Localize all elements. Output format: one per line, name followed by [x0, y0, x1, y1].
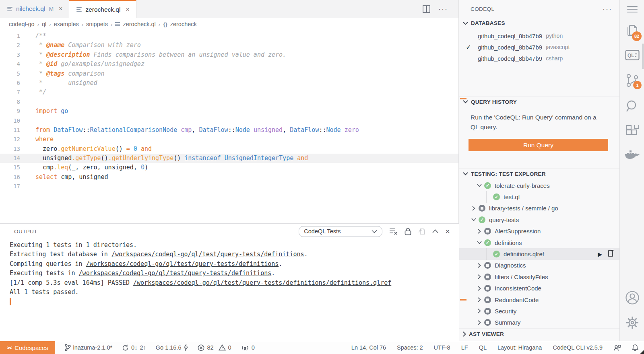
- chevron-right-icon[interactable]: [475, 286, 483, 291]
- eol[interactable]: LF: [461, 344, 468, 351]
- test-tree-item[interactable]: ✓tolerate-curly-braces: [459, 180, 619, 191]
- test-tree-item[interactable]: ✓query-tests: [459, 214, 619, 225]
- test-tree-item[interactable]: filters / ClassifyFiles: [459, 271, 619, 282]
- search-icon[interactable]: [620, 100, 644, 113]
- go-version-indicator[interactable]: Go 1.16.6: [156, 344, 188, 351]
- breadcrumb-symbol[interactable]: zerocheck: [170, 21, 197, 27]
- close-panel-icon[interactable]: ×: [445, 227, 450, 236]
- database-item[interactable]: ✓github_codeql_8bb47b9javascript: [459, 41, 619, 53]
- database-item[interactable]: github_codeql_8bb47b9python: [459, 30, 619, 41]
- cursor-position[interactable]: Ln 14, Col 76: [351, 344, 386, 351]
- section-query-history[interactable]: QUERY HISTORY: [459, 96, 619, 107]
- chevron-right-icon[interactable]: [475, 309, 483, 313]
- chevron-right-icon[interactable]: [475, 229, 483, 234]
- test-tree-item[interactable]: AlertSuppression: [459, 226, 619, 237]
- codeql-cli-version[interactable]: CodeQL CLI v2.5.9: [553, 344, 603, 351]
- lock-icon[interactable]: [405, 228, 411, 235]
- breadcrumb-item[interactable]: snippets: [86, 21, 108, 27]
- sync-indicator[interactable]: 0↓ 2↑: [122, 344, 146, 351]
- open-output-in-editor-icon[interactable]: [418, 228, 425, 235]
- output-path-link[interactable]: /workspaces/codeql-go/ql/test/query-test…: [79, 270, 272, 277]
- breadcrumb-file[interactable]: zerocheck.ql: [123, 21, 155, 27]
- chevron-right-icon[interactable]: [475, 297, 483, 302]
- goto-test-icon[interactable]: [607, 250, 614, 258]
- run-query-button[interactable]: Run Query: [469, 139, 608, 151]
- sidebar-scrollbar[interactable]: [642, 43, 644, 69]
- sidebar-more-actions-icon[interactable]: ···: [603, 5, 612, 13]
- split-editor-icon[interactable]: [423, 5, 430, 13]
- test-tree-item[interactable]: ✓test.ql: [459, 191, 619, 202]
- code-line[interactable]: 9import go: [0, 107, 458, 116]
- code-line[interactable]: 15 cmp.leq(_, zero, unsigned, 0): [0, 163, 458, 172]
- chevron-right-icon[interactable]: [475, 320, 483, 325]
- close-icon[interactable]: ×: [59, 5, 62, 12]
- breadcrumb-item[interactable]: codeql-go: [9, 21, 35, 27]
- chevron-right-icon[interactable]: [475, 263, 483, 268]
- test-tree-item[interactable]: ✓definitions: [459, 237, 619, 248]
- output-path-link[interactable]: /workspaces/codeql-go/ql/test/query-test…: [133, 279, 391, 286]
- code-line[interactable]: 2 * @name Comparison with zero: [0, 41, 458, 50]
- test-tree-item[interactable]: Security: [459, 305, 619, 317]
- chevron-down-icon[interactable]: [470, 218, 478, 221]
- test-tree-item[interactable]: RedundantCode: [459, 294, 619, 305]
- problems-indicator[interactable]: 82 0: [198, 344, 231, 351]
- test-tree-item[interactable]: Summary: [459, 317, 619, 328]
- account-icon[interactable]: [620, 290, 644, 305]
- section-ast-viewer[interactable]: AST VIEWER: [459, 328, 619, 339]
- code-line[interactable]: 5 * @tags comparison: [0, 69, 458, 78]
- test-tree-item[interactable]: Diagnostics: [459, 260, 619, 271]
- run-test-icon[interactable]: ▶: [598, 251, 602, 257]
- docker-icon[interactable]: [620, 150, 644, 162]
- code-line[interactable]: 14 unsigned.getType().getUnderlyingType(…: [0, 154, 458, 163]
- code-line[interactable]: 1/**: [0, 31, 458, 41]
- test-tree-item[interactable]: ✓definitions.qlref▶: [459, 248, 619, 259]
- output-channel-select[interactable]: CodeQL Tests: [299, 226, 382, 237]
- close-icon[interactable]: ×: [126, 6, 129, 13]
- explorer-icon[interactable]: 82: [620, 24, 644, 38]
- encoding[interactable]: UTF-8: [434, 344, 450, 351]
- output-path-link[interactable]: /workspaces/codeql-go/ql/test/query-test…: [86, 260, 279, 268]
- code-line[interactable]: 3 * @description Finds comparisons betwe…: [0, 50, 458, 60]
- code-line[interactable]: 12where: [0, 135, 458, 144]
- language-mode[interactable]: QL: [479, 344, 487, 351]
- section-test-explorer[interactable]: TESTING: TEST EXPLORER: [459, 168, 619, 179]
- section-databases[interactable]: DATABASES: [459, 18, 619, 29]
- test-tree-item[interactable]: InconsistentCode: [459, 283, 619, 294]
- keyboard-layout[interactable]: Layout: Hiragana: [497, 344, 542, 351]
- breadcrumb-item[interactable]: ql: [42, 21, 46, 27]
- chevron-down-icon[interactable]: [475, 241, 483, 244]
- maximize-panel-icon[interactable]: [432, 229, 438, 233]
- chevron-right-icon[interactable]: [475, 274, 483, 279]
- notifications-bell-icon[interactable]: [632, 344, 638, 351]
- menu-icon[interactable]: [620, 6, 644, 12]
- test-tree-item[interactable]: library-tests / semmle / go: [459, 203, 619, 214]
- code-line[interactable]: 6 * unsigned: [0, 78, 458, 88]
- breadcrumb-item[interactable]: examples: [54, 21, 79, 27]
- ports-indicator[interactable]: 0: [241, 344, 255, 351]
- code-line[interactable]: 10: [0, 116, 458, 126]
- code-editor[interactable]: 1/**2 * @name Comparison with zero3 * @d…: [0, 31, 458, 223]
- feedback-icon[interactable]: [613, 344, 621, 351]
- chevron-right-icon[interactable]: [470, 206, 478, 211]
- code-line[interactable]: 13 zero.getNumericValue() = 0 and: [0, 144, 458, 154]
- remote-indicator[interactable]: >< Codespaces: [0, 341, 55, 354]
- branch-indicator[interactable]: inazuma-2.1.0*: [65, 344, 113, 351]
- codeql-extension-icon[interactable]: QL: [620, 50, 644, 60]
- source-control-icon[interactable]: 1: [620, 73, 644, 88]
- tab-zerocheck[interactable]: zerocheck.ql ×: [69, 0, 136, 18]
- resize-grip[interactable]: [640, 350, 644, 354]
- indentation[interactable]: Spaces: 2: [397, 344, 423, 351]
- more-actions-icon[interactable]: ···: [438, 5, 448, 13]
- code-line[interactable]: 17: [0, 182, 458, 191]
- database-item[interactable]: github_codeql_8bb47b9csharp: [459, 53, 619, 64]
- code-line[interactable]: 16select cmp, unsigned: [0, 173, 458, 182]
- clear-output-icon[interactable]: [389, 228, 398, 235]
- code-line[interactable]: 8: [0, 97, 458, 107]
- output-path-link[interactable]: /workspaces/codeql-go/ql/test/query-test…: [111, 251, 304, 258]
- code-line[interactable]: 11from DataFlow::RelationalComparisonNod…: [0, 126, 458, 135]
- settings-gear-icon[interactable]: [620, 315, 644, 330]
- code-line[interactable]: 7 */: [0, 88, 458, 97]
- extensions-icon[interactable]: [620, 125, 644, 138]
- chevron-down-icon[interactable]: [475, 184, 483, 187]
- tab-nilcheck[interactable]: nilcheck.ql M ×: [0, 0, 69, 18]
